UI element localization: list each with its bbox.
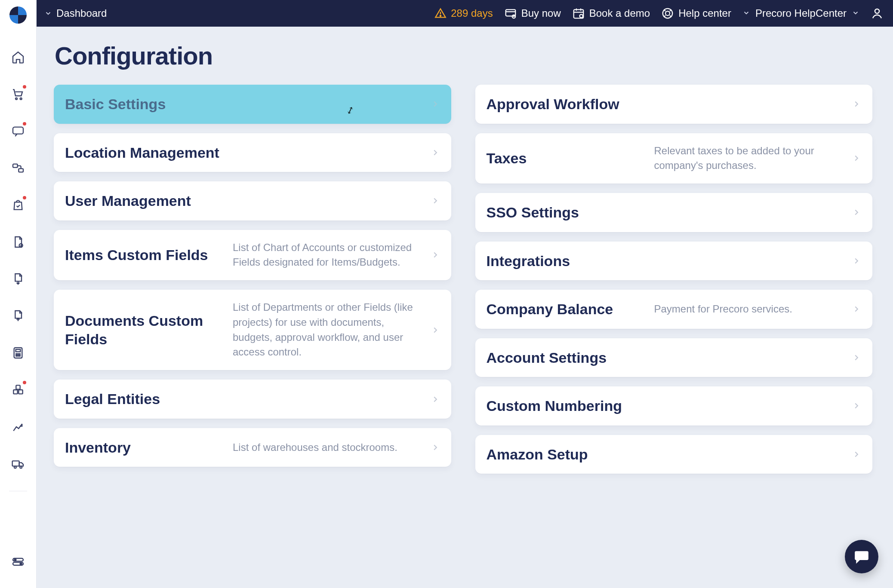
config-card-taxes[interactable]: Taxes Relevant taxes to be added to your… <box>475 133 873 184</box>
trial-days-label: 289 days <box>451 7 493 19</box>
precoro-logo-icon <box>8 5 28 25</box>
chevron-right-icon <box>431 325 440 335</box>
buy-now-button[interactable]: Buy now <box>504 7 561 20</box>
card-title: Location Management <box>65 144 420 162</box>
svg-point-29 <box>579 15 583 18</box>
config-card-company-balance[interactable]: Company Balance Payment for Precoro serv… <box>475 290 873 329</box>
card-title: User Management <box>65 192 420 210</box>
notification-badge <box>22 84 27 89</box>
topbar: Dashboard 289 days Buy now Book a demo H… <box>37 0 893 27</box>
svg-point-9 <box>16 354 17 355</box>
svg-point-2 <box>20 98 22 100</box>
book-demo-button[interactable]: Book a demo <box>572 7 650 20</box>
chat-fab[interactable] <box>845 540 878 573</box>
config-card-basic-settings[interactable]: Basic Settings <box>54 85 451 124</box>
card-desc: List of Chart of Accounts or customized … <box>233 240 420 270</box>
card-desc: Payment for Precoro services. <box>654 302 841 317</box>
sidebar-item-cart[interactable] <box>6 83 30 106</box>
config-card-user-management[interactable]: User Management <box>54 181 451 220</box>
chevron-right-icon <box>431 148 440 157</box>
notification-badge <box>22 380 27 385</box>
config-card-approval-workflow[interactable]: Approval Workflow <box>475 85 873 124</box>
main-content: Configuration Basic Settings Location Ma… <box>37 27 893 588</box>
home-icon <box>11 50 25 64</box>
help-center-button[interactable]: Help center <box>661 7 731 20</box>
card-title: Legal Entities <box>65 390 420 408</box>
sidebar-item-invoices[interactable] <box>6 230 30 254</box>
card-title: Custom Numbering <box>487 397 842 415</box>
svg-rect-28 <box>573 9 583 18</box>
chart-line-icon <box>11 420 25 434</box>
svg-point-25 <box>440 15 441 16</box>
svg-point-10 <box>18 354 18 355</box>
config-card-location-management[interactable]: Location Management <box>54 133 451 172</box>
sidebar-item-shipping[interactable] <box>6 452 30 475</box>
boxes-icon <box>11 383 25 397</box>
config-card-inventory[interactable]: Inventory List of warehouses and stockro… <box>54 428 451 467</box>
bag-check-icon <box>11 198 25 212</box>
chevron-right-icon <box>852 256 861 266</box>
sidebar-item-inventory[interactable] <box>6 378 30 401</box>
config-column-right: Approval Workflow Taxes Relevant taxes t… <box>475 85 873 474</box>
svg-rect-3 <box>13 127 23 134</box>
config-card-sso-settings[interactable]: SSO Settings <box>475 193 873 232</box>
breadcrumb[interactable]: Dashboard <box>44 7 107 19</box>
chevron-down-icon <box>742 7 750 19</box>
chevron-right-icon <box>852 304 861 314</box>
truck-icon <box>11 457 25 471</box>
svg-point-1 <box>15 98 17 100</box>
chevron-right-icon <box>852 153 861 163</box>
receipt-upload-icon <box>11 309 25 323</box>
help-center-label: Help center <box>678 7 731 19</box>
config-card-amazon-setup[interactable]: Amazon Setup <box>475 435 873 474</box>
cart-icon <box>11 87 25 101</box>
svg-point-19 <box>14 466 16 469</box>
sidebar-item-reports[interactable] <box>6 415 30 438</box>
svg-point-12 <box>16 355 17 356</box>
svg-point-14 <box>19 355 20 356</box>
chat-bubble-icon <box>853 548 870 565</box>
calculator-icon <box>11 346 25 360</box>
sidebar-item-approvals[interactable] <box>6 156 30 180</box>
app-logo[interactable] <box>7 4 29 26</box>
chevron-down-icon <box>852 7 859 19</box>
page-title: Configuration <box>55 41 872 70</box>
trial-days-button[interactable]: 289 days <box>434 7 493 19</box>
chevron-right-icon <box>852 208 861 217</box>
svg-point-20 <box>20 466 22 469</box>
config-card-legal-entities[interactable]: Legal Entities <box>54 380 451 419</box>
org-switcher[interactable]: Precoro HelpCenter <box>742 7 859 19</box>
chevron-right-icon <box>431 250 440 260</box>
chevron-right-icon <box>431 443 440 452</box>
buy-now-label: Buy now <box>521 7 561 19</box>
config-card-items-custom-fields[interactable]: Items Custom Fields List of Chart of Acc… <box>54 230 451 281</box>
config-card-account-settings[interactable]: Account Settings <box>475 338 873 377</box>
card-title: Inventory <box>65 438 222 457</box>
card-desc: List of warehouses and stockrooms. <box>233 440 420 455</box>
card-title: Items Custom Fields <box>65 246 222 264</box>
sidebar-item-receipts[interactable] <box>6 267 30 291</box>
config-card-custom-numbering[interactable]: Custom Numbering <box>475 386 873 426</box>
svg-point-13 <box>18 355 18 356</box>
card-desc: Relevant taxes to be added to your compa… <box>654 144 841 174</box>
card-title: Account Settings <box>487 349 842 367</box>
sidebar-item-payments[interactable] <box>6 304 30 328</box>
sidebar-item-budgets[interactable] <box>6 341 30 364</box>
card-title: SSO Settings <box>487 203 842 222</box>
chevron-right-icon <box>852 353 861 362</box>
chevron-right-icon <box>852 99 861 109</box>
sidebar-item-home[interactable] <box>6 46 30 69</box>
sidebar-item-requests[interactable] <box>6 119 30 143</box>
svg-point-11 <box>19 354 20 355</box>
config-card-integrations[interactable]: Integrations <box>475 242 873 281</box>
svg-rect-17 <box>16 385 20 389</box>
card-title: Company Balance <box>487 300 644 318</box>
user-icon <box>871 7 884 20</box>
toggle-icon <box>11 555 25 569</box>
card-title: Basic Settings <box>65 95 420 113</box>
sidebar-item-settings-toggle[interactable] <box>6 550 30 573</box>
sidebar-item-orders[interactable] <box>6 193 30 217</box>
svg-point-22 <box>14 559 16 560</box>
config-card-documents-custom-fields[interactable]: Documents Custom Fields List of Departme… <box>54 290 451 370</box>
user-menu[interactable] <box>871 7 884 20</box>
